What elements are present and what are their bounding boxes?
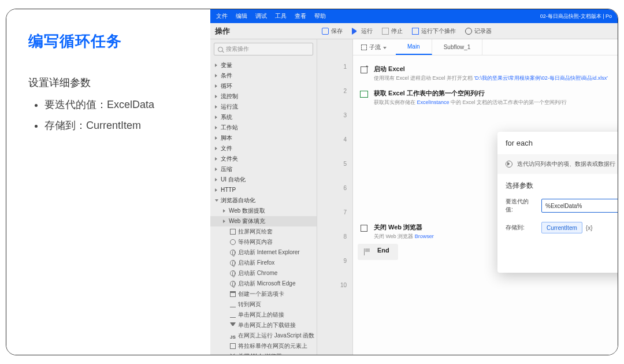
line-number: 6 — [317, 185, 347, 209]
tree-leaf[interactable]: 转到网页 — [210, 299, 317, 310]
tab-subflow1[interactable]: Subflow_1 — [432, 39, 483, 55]
iterate-input[interactable]: %ExcelData% {x} — [541, 199, 618, 213]
tree-group[interactable]: 工作站 — [210, 122, 317, 133]
tree-leaf[interactable]: JS在网页上运行 JavaScript 函数 — [210, 330, 317, 341]
store-label: 存储到: — [506, 224, 536, 232]
menu-tools[interactable]: 工具 — [275, 12, 287, 20]
tree-sub-web-fill[interactable]: Web 窗体填充 — [210, 216, 317, 226]
tree-leaf[interactable]: 启动新 Firefox — [210, 258, 317, 268]
tree-group-browser[interactable]: 浏览器自动化 — [210, 195, 317, 206]
menu-debug[interactable]: 调试 — [255, 12, 267, 20]
flow-step[interactable]: 启动 Excel 使用现有 Excel 进程启动 Excel 并打开文档 'D:… — [356, 61, 612, 86]
tree-group[interactable]: 变量 — [210, 60, 317, 70]
tree-leaf[interactable]: 将拉标暴停在网页的元素上 — [210, 341, 317, 351]
line-gutter: 1 2 3 4 5 6 7 8 9 10 — [317, 39, 353, 355]
section-title: 选择参数 — [506, 181, 618, 191]
tree-group[interactable]: 流控制 — [210, 91, 317, 102]
close-browser-icon — [361, 225, 367, 232]
menubar: 文件 编辑 调试 工具 查看 帮助 02-每日商品快照-文档版本 | Po — [210, 9, 618, 23]
tree-group[interactable]: 运行流 — [210, 102, 317, 112]
designer-canvas: 子流 Main Subflow_1 启动 Excel 使用 — [353, 39, 618, 355]
tab-main[interactable]: Main — [396, 39, 432, 55]
actions-sidebar: 搜索操作 变量 条件 循环 流控制 运行流 系统 工作站 脚本 文件 文件夹 压… — [210, 39, 317, 355]
tree-leaf[interactable]: 单击网页上的链接 — [210, 310, 317, 320]
record-icon — [465, 28, 472, 35]
toolbar: 操作 保存 运行 停止 运行下个操作 记录器 — [210, 23, 618, 39]
line-number: 1 — [317, 64, 347, 88]
search-icon — [218, 47, 223, 52]
slide-notes: 编写循环任务 设置详细参数 要迭代的值：ExcelData 存储到：Curren… — [6, 9, 210, 355]
tree-group[interactable]: UI 自动化 — [210, 174, 317, 185]
tree-group[interactable]: HTTP — [210, 185, 317, 195]
tree-group[interactable]: 压缩 — [210, 164, 317, 174]
pad-app: 文件 编辑 调试 工具 查看 帮助 02-每日商品快照-文档版本 | Po 操作… — [210, 9, 618, 355]
line-number: 5 — [317, 161, 347, 185]
actions-panel-title: 操作 — [210, 26, 317, 36]
tree-sub-web-extract[interactable]: Web 数据提取 — [210, 206, 317, 216]
tree-leaf[interactable]: 单击网页上的下载链接 — [210, 320, 317, 330]
slide-bullet: 存储到：CurrentItem — [44, 118, 193, 132]
tree-leaf[interactable]: 启动新 Chrome — [210, 268, 317, 278]
slide-title: 编写循环任务 — [28, 31, 193, 51]
tree-leaf[interactable]: 等待网页内容 — [210, 237, 317, 247]
run-next-button[interactable]: 运行下个操作 — [407, 23, 460, 39]
tree-group[interactable]: 系统 — [210, 112, 317, 122]
iterate-label: 要迭代的值: — [506, 198, 536, 214]
recorder-button[interactable]: 记录器 — [460, 23, 496, 39]
subflow-icon — [361, 44, 367, 50]
launch-icon — [361, 66, 367, 73]
menu-edit[interactable]: 编辑 — [236, 12, 247, 20]
tree-leaf[interactable]: 启动新 Internet Explorer — [210, 247, 317, 258]
loop-icon — [506, 161, 512, 168]
step-icon — [412, 28, 419, 35]
line-number: 9 — [317, 258, 347, 282]
chevron-down-icon — [383, 47, 387, 49]
flag-icon — [364, 248, 371, 255]
tree-group[interactable]: 文件夹 — [210, 154, 317, 164]
tree-group[interactable]: 文件 — [210, 143, 317, 154]
menu-view[interactable]: 查看 — [295, 12, 306, 20]
menu-file[interactable]: 文件 — [216, 12, 228, 20]
slide-subtitle: 设置详细参数 — [28, 76, 193, 90]
tree-leaf[interactable]: 关闭 Web 浏览器 — [210, 351, 317, 355]
search-input[interactable]: 搜索操作 — [214, 43, 313, 55]
flow-step[interactable]: 获取 Excel 工作表中的第一个空闲列/行 获取其实例存储在 ExcelIns… — [356, 86, 612, 110]
line-number: 2 — [317, 88, 347, 112]
line-number: 4 — [317, 136, 347, 161]
excel-icon — [360, 91, 368, 98]
menu-help[interactable]: 帮助 — [314, 12, 326, 20]
tree-group[interactable]: 条件 — [210, 70, 317, 81]
line-number: 3 — [317, 112, 347, 136]
slide-bullet: 要迭代的值：ExcelData — [44, 98, 193, 112]
dialog-info: 迭代访问列表中的项、数据表或数据行，从而重复执行操作块 详细信息 — [497, 154, 618, 174]
stop-icon — [382, 28, 389, 35]
var-picker-icon[interactable]: {x} — [586, 225, 593, 231]
flow-name: 02-每日商品快照-文档版本 | Po — [540, 13, 612, 20]
tree-leaf[interactable]: 拉屏网页绘套 — [210, 226, 317, 237]
line-number: 8 — [317, 233, 347, 258]
tree-leaf[interactable]: 创建一个新选项卡 — [210, 289, 317, 299]
line-number: 7 — [317, 209, 347, 233]
tree-group[interactable]: 脚本 — [210, 133, 317, 143]
subflow-dropdown[interactable]: 子流 — [356, 39, 391, 55]
foreach-dialog: for each 迭代访问列表中的项、数据表或数据行，从而重复执行操作块 详细信… — [497, 132, 618, 273]
stop-button[interactable]: 停止 — [377, 23, 407, 39]
save-icon — [322, 28, 329, 35]
line-number: 10 — [317, 282, 347, 306]
tree-group[interactable]: 循环 — [210, 81, 317, 91]
save-button[interactable]: 保存 — [317, 23, 347, 39]
play-icon — [352, 28, 359, 35]
run-button[interactable]: 运行 — [347, 23, 377, 39]
tree-leaf[interactable]: 启动新 Microsoft Edge — [210, 278, 317, 289]
dialog-title: for each — [506, 139, 533, 147]
flow-end[interactable]: End — [358, 244, 398, 260]
store-variable-chip[interactable]: CurrentItem — [541, 222, 582, 233]
